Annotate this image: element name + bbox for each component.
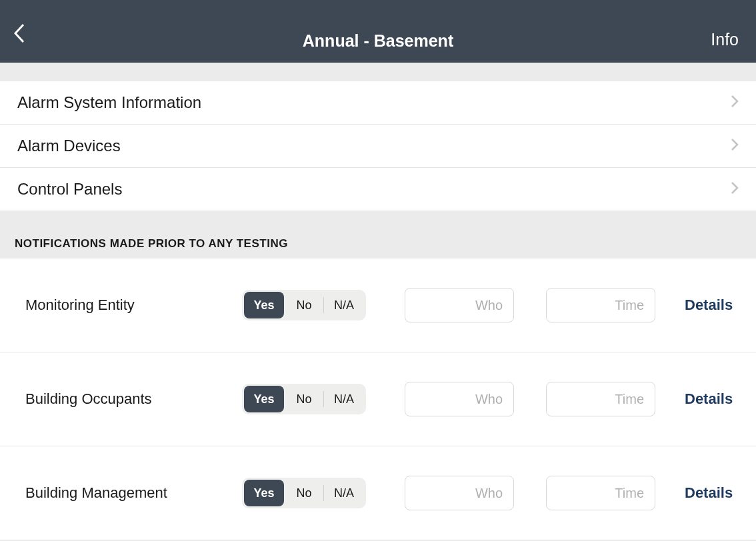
chevron-right-icon: [731, 181, 739, 197]
details-link[interactable]: Details: [685, 390, 733, 408]
time-input[interactable]: [546, 288, 655, 322]
section-title: NOTIFICATIONS MADE PRIOR TO ANY TESTING: [15, 237, 741, 251]
back-button[interactable]: [12, 23, 27, 47]
yes-no-na-segment: Yes No N/A: [242, 384, 366, 414]
section-header: NOTIFICATIONS MADE PRIOR TO ANY TESTING: [0, 211, 756, 259]
spacer: [0, 63, 756, 81]
time-input[interactable]: [546, 476, 655, 510]
details-link[interactable]: Details: [685, 484, 733, 502]
input-group: [405, 476, 655, 510]
chevron-left-icon: [12, 23, 27, 44]
yes-no-na-segment: Yes No N/A: [242, 290, 366, 320]
row-label: Building Occupants: [25, 390, 229, 408]
who-input[interactable]: [405, 476, 514, 510]
input-group: [405, 288, 655, 322]
notification-row-building-management: Building Management Yes No N/A Details: [0, 446, 756, 540]
yes-no-na-segment: Yes No N/A: [242, 478, 366, 508]
segment-no[interactable]: No: [284, 292, 324, 318]
nav-label: Control Panels: [17, 180, 122, 199]
nav-item-control-panels[interactable]: Control Panels: [0, 168, 756, 211]
segment-no[interactable]: No: [284, 386, 324, 412]
nav-list: Alarm System Information Alarm Devices C…: [0, 81, 756, 211]
row-label: Building Management: [25, 484, 229, 502]
who-input[interactable]: [405, 288, 514, 322]
segment-na[interactable]: N/A: [324, 386, 364, 412]
notification-row-building-occupants: Building Occupants Yes No N/A Details: [0, 352, 756, 446]
segment-na[interactable]: N/A: [324, 480, 364, 506]
time-input[interactable]: [546, 382, 655, 416]
notification-row-monitoring-entity: Monitoring Entity Yes No N/A Details: [0, 259, 756, 352]
info-button[interactable]: Info: [711, 30, 739, 49]
segment-yes[interactable]: Yes: [244, 292, 284, 318]
segment-no[interactable]: No: [284, 480, 324, 506]
details-link[interactable]: Details: [685, 296, 733, 314]
input-group: [405, 382, 655, 416]
segment-na[interactable]: N/A: [324, 292, 364, 318]
notifications-form: Monitoring Entity Yes No N/A Details Bui…: [0, 259, 756, 540]
segment-yes[interactable]: Yes: [244, 386, 284, 412]
chevron-right-icon: [731, 138, 739, 154]
page-title: Annual - Basement: [0, 31, 756, 51]
segment-yes[interactable]: Yes: [244, 480, 284, 506]
nav-item-alarm-devices[interactable]: Alarm Devices: [0, 125, 756, 168]
who-input[interactable]: [405, 382, 514, 416]
header: Annual - Basement Info: [0, 0, 756, 63]
nav-label: Alarm Devices: [17, 137, 121, 155]
nav-item-alarm-system-information[interactable]: Alarm System Information: [0, 81, 756, 125]
chevron-right-icon: [731, 95, 739, 111]
row-label: Monitoring Entity: [25, 296, 229, 314]
nav-label: Alarm System Information: [17, 93, 201, 112]
